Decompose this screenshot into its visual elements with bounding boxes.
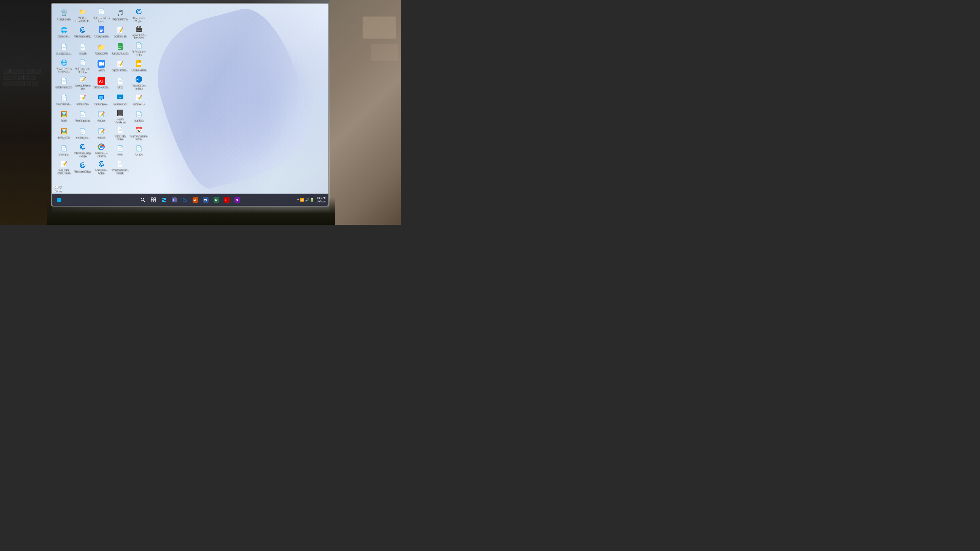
svg-rect-43 (151, 198, 153, 200)
svg-rect-49 (164, 198, 166, 200)
icon-unfair-numbers[interactable]: 📄 unfair numbers (54, 74, 73, 91)
svg-rect-25 (99, 96, 103, 98)
icon-www-shortcut[interactable]: 🌐 www.e.m... (54, 24, 73, 40)
icon-kathryn-list[interactable]: 📝 Kathryn list (111, 24, 129, 40)
icon-apple-umbar[interactable]: 📝 Apple umbar... (111, 57, 129, 75)
svg-rect-5 (100, 31, 102, 32)
taskbar-edge[interactable] (180, 195, 190, 205)
icon-video-edit-notes[interactable]: 📄 video edit notes (111, 125, 129, 142)
icon-privacywallb[interactable]: 📄 privacywallb... (54, 40, 73, 57)
taskbar-task-view[interactable] (148, 195, 158, 205)
svg-rect-10 (118, 48, 122, 48)
icon-personal-edge[interactable]: Personal – Edge (92, 159, 111, 176)
clock-display[interactable]: 8:25 AM 11/3/2022 (315, 196, 326, 203)
svg-rect-1 (99, 26, 104, 33)
taskbar-office[interactable]: M (190, 195, 200, 205)
tray-chevron[interactable]: ^ (297, 198, 299, 201)
icon-ipad-mini-video[interactable]: 📝 iPad Mini Video notes (54, 159, 73, 176)
icon-birds[interactable]: 📄 Birds (111, 74, 129, 91)
taskbar-search[interactable] (138, 195, 148, 205)
icon-captdein[interactable]: 📄 captdein (129, 108, 148, 125)
clock-time: 8:25 AM (315, 196, 326, 200)
laptop-screen: 🗑️ Recycle Bin 📁 GoFlex HomeUPNP... 📄 1p… (51, 3, 329, 206)
taskbar-word[interactable]: W (201, 195, 211, 205)
icon-goflex[interactable]: 📁 GoFlex HomeUPNP... (73, 6, 92, 24)
svg-rect-47 (162, 198, 164, 199)
icon-rollover-fidelity[interactable]: 📄 Rollover Ira's Fidelity (73, 57, 92, 75)
icon-imci-s300[interactable]: 🖼️ IMCI_s300 (54, 125, 73, 142)
icon-google-slides[interactable]: Google Slides (129, 57, 148, 75)
taskbar-scratch[interactable]: S (222, 195, 232, 205)
svg-text:GIF: GIF (118, 96, 121, 98)
icon-myvitaminb-interview[interactable]: 🎬 MyVitaminb- Interview (129, 24, 148, 40)
svg-rect-32 (118, 115, 120, 116)
icon-personal-edge-fav[interactable]: Personal – Edge... (129, 6, 148, 24)
system-tray: ^ 📶 🔊 🔋 8:25 AM 11/3/2022 (297, 196, 326, 203)
taskbar-excel[interactable]: X (211, 195, 221, 205)
icon-notes2[interactable]: 📝 notes2 (92, 125, 111, 142)
svg-rect-8 (118, 46, 122, 46)
icon-twin-towers[interactable]: TWIN TOWERS (111, 108, 129, 125)
weather-condition: Sunny (54, 189, 62, 192)
svg-rect-46 (154, 200, 156, 202)
icon-meetingno[interactable]: 📄 meetingno... (73, 125, 92, 142)
icon-meeting-prep[interactable]: 📄 Meeting prep (73, 108, 92, 125)
icon-new-how-tos[interactable]: 🌐 New How Tos In All'Able (54, 57, 73, 75)
icon-person-chrome[interactable]: Person 1 – Chrome (92, 141, 111, 159)
icon-bswiftarp[interactable]: 📝 BswiftARP (129, 91, 148, 108)
weather-widget[interactable]: 56°F Sunny (52, 184, 64, 194)
svg-rect-11 (118, 48, 121, 49)
taskbar-widgets[interactable] (159, 195, 169, 205)
svg-rect-9 (118, 47, 122, 48)
icon-iobackup[interactable]: 📄 iobackup (54, 141, 73, 159)
taskbar-teams[interactable]: T (169, 195, 179, 205)
svg-text:M: M (193, 198, 196, 202)
svg-text:T: T (172, 198, 174, 202)
icon-current-column-notes[interactable]: 📅 Current column notes (129, 125, 148, 142)
clock-date: 11/3/2022 (315, 200, 326, 203)
icon-dentist[interactable]: 📄 Dentist (129, 141, 148, 159)
svg-rect-50 (164, 201, 166, 202)
tray-network-icon[interactable]: 📶 (300, 198, 304, 202)
svg-line-42 (143, 200, 145, 202)
icon-myvitaminsp3[interactable]: 🎵 MyVitaminsp3 (111, 6, 129, 24)
svg-rect-48 (162, 200, 164, 202)
tray-volume-icon[interactable]: 🔊 (305, 198, 309, 202)
icon-linda-phone-order[interactable]: 📄 linda phone order (129, 40, 148, 57)
desktop-icons-container: 🗑️ Recycle Bin 📁 GoFlex HomeUPNP... 📄 1p… (54, 6, 159, 196)
icon-recycle-bin[interactable]: 🗑️ Recycle Bin (54, 6, 73, 24)
icon-video-pro[interactable]: 📄 1plusto's video pro... (92, 6, 111, 24)
icon-lhrp2[interactable]: 🖼️ lhrp2 (54, 108, 73, 125)
icon-notes-view[interactable]: 📝 notes view (73, 91, 92, 108)
svg-text:S: S (225, 198, 227, 202)
tray-battery-icon[interactable]: 🔋 (310, 198, 314, 202)
icon-microsoft-edge-9[interactable]: Microsoft Edge (73, 159, 92, 176)
svg-text:X: X (215, 198, 217, 202)
icon-screentogif[interactable]: GIF ScreenToGif (111, 91, 129, 108)
icon-notepad-gear-spin[interactable]: 📝 Notepad Gear spin (73, 74, 92, 91)
icon-marvelback[interactable]: 📄 marvelback... (54, 91, 73, 108)
svg-rect-38 (59, 198, 61, 200)
sys-tray-icons: ^ 📶 🔊 🔋 (297, 198, 314, 202)
icon-microsoft-edge-copy[interactable]: Microsoft Edge – Copy (73, 141, 92, 159)
svg-rect-19 (137, 63, 141, 65)
icon-vsp[interactable]: 📄 VSP (111, 141, 129, 159)
icon-microsoft-edge[interactable]: Microsoft Edge (73, 24, 92, 40)
icon-weekend-work[interactable]: 📄 Weekend work details (111, 159, 129, 176)
icon-sharewvm[interactable]: 📁 SharewVM (92, 40, 111, 57)
icon-rinalist[interactable]: 📄 rinalist (73, 40, 92, 57)
start-button[interactable] (54, 195, 64, 205)
svg-rect-44 (154, 198, 156, 200)
svg-rect-31 (118, 110, 123, 116)
taskbar-onenote[interactable]: N (232, 195, 242, 205)
icon-google-sheets[interactable]: Google Sheets (111, 40, 129, 57)
icon-halo-infinite[interactable]: HI Halo Infinite – Insider (129, 74, 148, 91)
icon-google-docs[interactable]: Google Docs (92, 24, 111, 40)
photo-background: 🗑️ Recycle Bin 📁 GoFlex HomeUPNP... 📄 1p… (0, 0, 401, 225)
icon-notes[interactable]: 📝 #notes (92, 108, 111, 125)
svg-rect-40 (59, 200, 61, 202)
icon-adobe-creative[interactable]: Ai Adobe Creati... (92, 74, 111, 91)
right-bg-area (329, 0, 401, 225)
icon-zoom[interactable]: Zoom (92, 57, 111, 75)
icon-surfacepro[interactable]: surfacepro... (92, 91, 111, 108)
